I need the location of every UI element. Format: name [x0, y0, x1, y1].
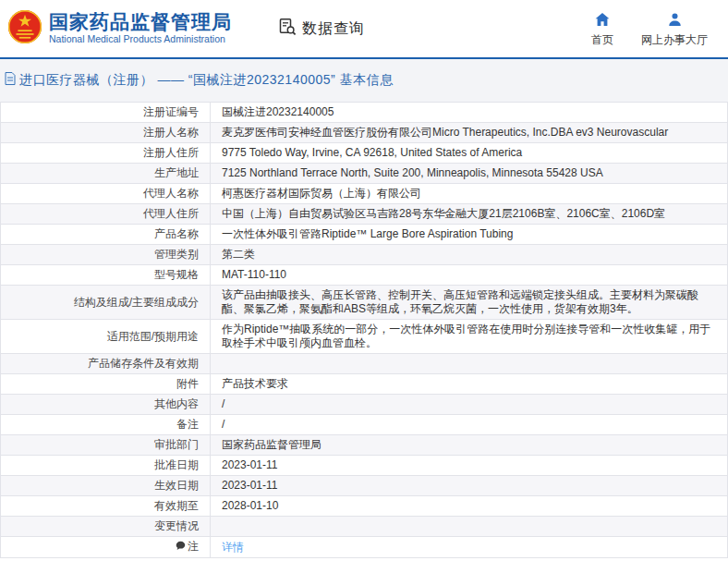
breadcrumb: 进口医疗器械（注册） —— “国械注进20232140005” 基本信息 — [5, 72, 394, 89]
row-value: 详情 — [211, 537, 728, 558]
table-row: 附件产品技术要求 — [1, 374, 728, 395]
table-row: 代理人名称柯惠医疗器材国际贸易（上海）有限公司 — [1, 184, 728, 204]
row-label: 管理类别 — [1, 245, 211, 265]
row-value: 2023-01-11 — [211, 476, 728, 496]
table-row: 注册证编号国械注进20232140005 — [1, 103, 728, 123]
row-value: / — [211, 415, 728, 435]
table-row: 注册人住所9775 Toledo Way, Irvine, CA 92618, … — [1, 143, 728, 164]
row-value: 作为Riptide™抽吸系统的一部分，一次性体外吸引管路在使用时分别连接导管和一… — [211, 320, 728, 354]
table-row: 审批部门国家药品监督管理局 — [1, 435, 728, 456]
row-label: 审批部门 — [1, 435, 211, 456]
row-label: 有效期至 — [1, 496, 211, 517]
row-value — [211, 354, 728, 374]
breadcrumb-band: 进口医疗器械（注册） —— “国械注进20232140005” 基本信息 — [0, 59, 728, 102]
row-value: 产品技术要求 — [211, 374, 728, 395]
agency-titles: 国家药品监督管理局 National Medical Products Admi… — [49, 12, 232, 45]
table-row: 结构及组成/主要组成成分该产品由抽吸接头、高压长管路、控制开关、高压短管路和远端… — [1, 286, 728, 320]
row-value: MAT-110-110 — [211, 265, 728, 286]
data-query-label: 数据查询 — [302, 19, 365, 39]
row-value: 柯惠医疗器材国际贸易（上海）有限公司 — [211, 184, 728, 204]
row-label: 注 — [1, 537, 211, 558]
row-value: 第二类 — [211, 245, 728, 265]
row-value: 9775 Toledo Way, Irvine, CA 92618, Unite… — [211, 143, 728, 164]
agency-title-cn: 国家药品监督管理局 — [49, 12, 232, 32]
document-icon — [5, 72, 16, 89]
nav-home-label: 首页 — [591, 32, 613, 48]
agency-logo: 国家药品监督管理局 National Medical Products Admi… — [7, 7, 232, 50]
row-value — [211, 517, 728, 537]
table-row: 生产地址7125 Northland Terrace North, Suite … — [1, 164, 728, 184]
row-label: 型号规格 — [1, 265, 211, 286]
row-label: 产品储存条件及有效期 — [1, 354, 211, 374]
table-row: 注详情 — [1, 537, 728, 558]
table-row: 变更情况 — [1, 517, 728, 537]
nav-home[interactable]: 首页 — [591, 13, 613, 48]
table-row: 有效期至2028-01-10 — [1, 496, 728, 517]
row-value: 该产品由抽吸接头、高压长管路、控制开关、高压短管路和远端锁定接头组成。主要材料为… — [211, 286, 728, 320]
row-value: / — [211, 395, 728, 415]
table-row: 管理类别第二类 — [1, 245, 728, 265]
row-label: 生效日期 — [1, 476, 211, 496]
row-label: 结构及组成/主要组成成分 — [1, 286, 211, 320]
row-label: 生产地址 — [1, 164, 211, 184]
row-value: 中国（上海）自由贸易试验区马吉路28号东华金融大厦21层2106B室、2106C… — [211, 204, 728, 225]
registration-info-table: 注册证编号国械注进20232140005注册人名称麦克罗医伟司安神经血管医疗股份… — [0, 102, 728, 558]
row-label: 备注 — [1, 415, 211, 435]
home-icon — [595, 13, 610, 30]
row-label: 变更情况 — [1, 517, 211, 537]
row-label: 其他内容 — [1, 395, 211, 415]
row-label: 代理人住所 — [1, 204, 211, 225]
agency-title-en: National Medical Products Administration — [49, 34, 232, 45]
row-value: 国家药品监督管理局 — [211, 435, 728, 456]
row-label: 注册人住所 — [1, 143, 211, 164]
table-row: 适用范围/预期用途作为Riptide™抽吸系统的一部分，一次性体外吸引管路在使用… — [1, 320, 728, 354]
person-icon — [668, 13, 682, 30]
header-nav: 首页 网上办事大厅 — [591, 13, 708, 48]
row-label: 批准日期 — [1, 456, 211, 476]
row-label: 注册证编号 — [1, 103, 211, 123]
table-row: 注册人名称麦克罗医伟司安神经血管医疗股份有限公司Micro Therapeuti… — [1, 123, 728, 143]
table-row: 产品名称一次性体外吸引管路Riptide™ Large Bore Aspirat… — [1, 225, 728, 245]
row-value: 一次性体外吸引管路Riptide™ Large Bore Aspiration … — [211, 225, 728, 245]
note-icon — [176, 541, 186, 555]
row-label: 代理人名称 — [1, 184, 211, 204]
row-label: 适用范围/预期用途 — [1, 320, 211, 354]
site-header: 国家药品监督管理局 National Medical Products Admi… — [0, 0, 728, 57]
nav-online-service-hall-label: 网上办事大厅 — [641, 32, 708, 48]
row-value: 2023-01-11 — [211, 456, 728, 476]
table-row: 其他内容/ — [1, 395, 728, 415]
china-national-emblem-icon — [7, 7, 42, 50]
row-value: 7125 Northland Terrace North, Suite 200,… — [211, 164, 728, 184]
row-value: 麦克罗医伟司安神经血管医疗股份有限公司Micro Therapeutics, I… — [211, 123, 728, 143]
info-table-body: 注册证编号国械注进20232140005注册人名称麦克罗医伟司安神经血管医疗股份… — [1, 103, 728, 558]
nav-online-service-hall[interactable]: 网上办事大厅 — [641, 13, 708, 48]
data-query-tab[interactable]: 数据查询 — [278, 18, 365, 40]
table-row: 批准日期2023-01-11 — [1, 456, 728, 476]
table-row: 产品储存条件及有效期 — [1, 354, 728, 374]
row-value: 2028-01-10 — [211, 496, 728, 517]
table-row: 代理人住所中国（上海）自由贸易试验区马吉路28号东华金融大厦21层2106B室、… — [1, 204, 728, 225]
row-label: 附件 — [1, 374, 211, 395]
row-value: 国械注进20232140005 — [211, 103, 728, 123]
doc-search-icon — [278, 18, 297, 40]
row-label: 产品名称 — [1, 225, 211, 245]
table-row: 备注/ — [1, 415, 728, 435]
table-row: 型号规格MAT-110-110 — [1, 265, 728, 286]
row-label: 注册人名称 — [1, 123, 211, 143]
breadcrumb-text: 进口医疗器械（注册） —— “国械注进20232140005” 基本信息 — [19, 72, 394, 89]
detail-link[interactable]: 详情 — [222, 541, 244, 554]
table-row: 生效日期2023-01-11 — [1, 476, 728, 496]
